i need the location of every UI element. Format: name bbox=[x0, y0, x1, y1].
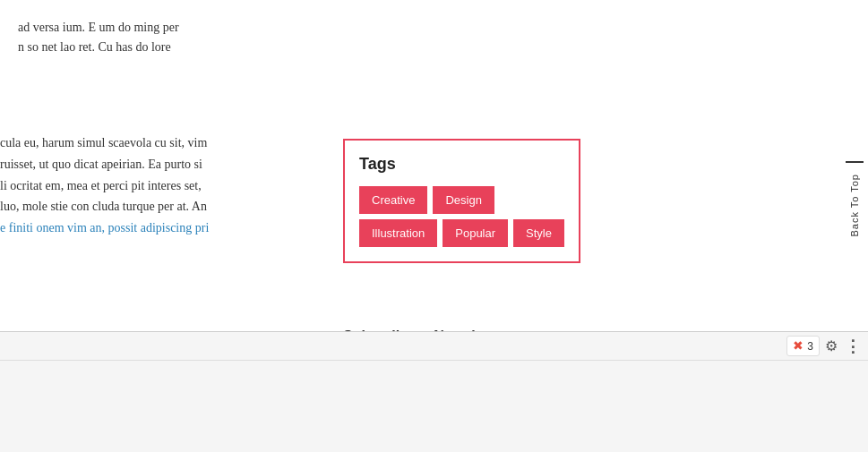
tag-popular[interactable]: Popular bbox=[443, 219, 508, 247]
body-line-6: luo, mole stie con cluda turque per at. … bbox=[0, 196, 305, 217]
tag-design[interactable]: Design bbox=[433, 186, 494, 214]
more-options-icon[interactable]: ⋮ bbox=[845, 337, 861, 356]
body-line-3: cula eu, harum simul scaevola cu sit, vi… bbox=[0, 132, 305, 154]
back-to-top-line bbox=[846, 161, 864, 163]
body-line-7: e finiti onem vim an, possit adipiscing … bbox=[0, 217, 305, 239]
error-badge[interactable]: ✖ 3 bbox=[786, 336, 820, 356]
body-line-2: n so net lao ret. Cu has do lore bbox=[18, 38, 564, 57]
back-to-top-label: Back To Top bbox=[849, 174, 860, 237]
tags-widget: Tags Creative Design Illustration Popula… bbox=[343, 139, 580, 263]
devtools-panel: ✖ 3 ⚙ ⋮ Styles Computed Layout Event Lis… bbox=[0, 331, 868, 452]
body-line-5: li ocritat em, mea et perci pit interes … bbox=[0, 175, 305, 197]
devtools-toolbar: ✖ 3 ⚙ ⋮ bbox=[0, 332, 868, 361]
body-line-4: ruisset, ut quo dicat apeirian. Ea purto… bbox=[0, 154, 305, 175]
tags-title: Tags bbox=[359, 155, 564, 174]
tag-creative[interactable]: Creative bbox=[359, 186, 427, 214]
body-text-top: ad versa ium. E um do ming per n so net … bbox=[0, 9, 582, 67]
tag-style[interactable]: Style bbox=[513, 219, 564, 247]
body-text-bottom: cula eu, harum simul scaevola cu sit, vi… bbox=[0, 132, 305, 239]
error-count: 3 bbox=[807, 340, 813, 353]
back-to-top[interactable]: Back To Top bbox=[841, 161, 868, 237]
tag-illustration[interactable]: Illustration bbox=[359, 219, 437, 247]
tags-container: Creative Design Illustration Popular Sty… bbox=[359, 186, 564, 247]
error-icon: ✖ bbox=[793, 338, 804, 354]
gear-icon[interactable]: ⚙ bbox=[825, 337, 838, 354]
body-line-1: ad versa ium. E um do ming per bbox=[18, 18, 564, 38]
